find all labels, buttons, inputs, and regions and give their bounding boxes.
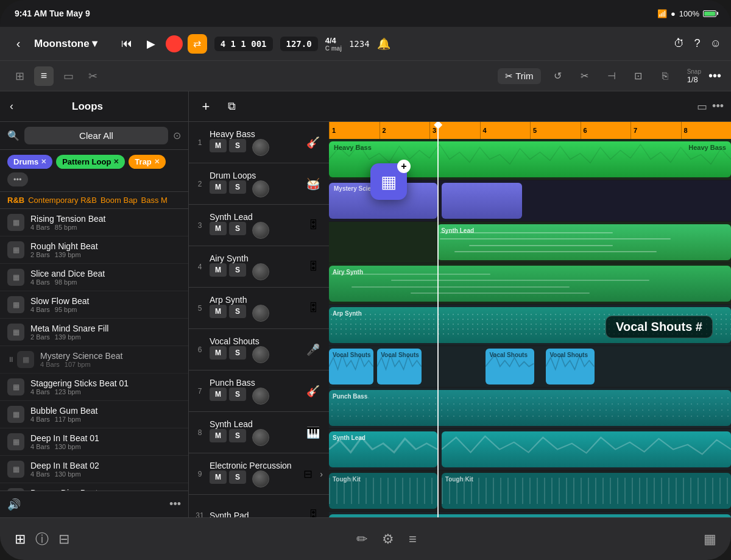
mute-button-7[interactable]: M [210,388,227,401]
tempo-display[interactable]: 127.0 [280,37,318,51]
duplicate-region-button[interactable]: ⊡ [629,66,648,86]
list-item[interactable]: ▦ Slice and Dice Beat 4 Bars98 bpm [0,264,188,291]
instrument-icon-6[interactable]: 🎤 [303,340,323,360]
add-track-button[interactable]: + [196,97,216,116]
loop-drag-overlay[interactable]: ▦ + [370,163,407,200]
position-display[interactable]: 4 1 1 001 [214,37,273,51]
pencil-button[interactable]: ✏ [356,531,367,547]
settings-button[interactable]: ⚙ [382,531,394,547]
mixer-button[interactable]: ≡ [409,531,417,547]
mute-button-3[interactable]: M [210,222,227,235]
instrument-icon-7[interactable]: 🎸 [303,381,323,401]
list-item-playing[interactable]: ⏸ ▦ Mystery Science Beat 4 Bars107 bpm [0,346,188,374]
info-button[interactable]: ⓘ [35,530,49,548]
solo-button-1[interactable]: S [229,139,246,152]
volume-knob-9[interactable] [252,470,269,487]
clip-vocal-3[interactable]: Vocal Shouts [486,349,534,385]
instrument-icon-3[interactable]: 🎛 [303,216,323,235]
expand-track-9[interactable]: › [320,469,323,479]
loops-browser-button[interactable]: ⊞ [15,531,26,547]
trap-filter-close[interactable]: ✕ [154,158,160,166]
clip-vocal-2[interactable]: Vocal Shouts [377,349,422,385]
list-item[interactable]: ▦ Deep In It Beat 01 4 Bars130 bpm [0,428,188,456]
genre-bass[interactable]: Bass M [141,196,168,205]
clip-vocal-4[interactable]: Vocal Shouts [546,349,594,385]
list-item[interactable]: ▦ Rough Night Beat 2 Bars139 bpm [0,236,188,264]
clip-drum-loops-2[interactable] [442,183,522,219]
solo-button-7[interactable]: S [229,388,246,401]
loops-more-icon[interactable]: ••• [169,498,181,511]
solo-button-9[interactable]: S [229,470,246,484]
mute-button-8[interactable]: M [210,429,227,442]
list-item[interactable]: ▦ Deeper Dive Beat 4 Bars139 bpm [0,483,188,491]
clip-percussion-1[interactable]: Tough Kit [329,473,437,509]
volume-knob-3[interactable] [252,222,269,239]
mute-button-9[interactable]: M [210,470,227,484]
piano-view-button[interactable]: ✂ [83,66,102,86]
arrangement-row-electronic-percussion[interactable]: Tough Kit Tough Kit [329,470,731,512]
volume-icon[interactable]: 🔊 [7,498,21,511]
track-view-icon[interactable]: ▭ [697,100,707,113]
mute-button-5[interactable]: M [210,305,227,318]
scissors-button[interactable]: ✂ [575,66,595,86]
mute-button-4[interactable]: M [210,263,227,277]
volume-knob-2[interactable] [252,180,269,197]
duplicate-track-button[interactable]: ⧉ [222,97,241,116]
split-button[interactable]: ⊣ [602,66,621,86]
list-item[interactable]: ▦ Rising Tension Beat 4 Bars85 bpm [0,209,188,236]
volume-knob-4[interactable] [252,263,269,280]
arrangement-row-vocal-shouts[interactable]: Vocal Shouts Vocal Shouts Vocal Shouts [329,346,731,388]
instrument-icon-9[interactable]: ⊟ [298,464,317,484]
solo-button-6[interactable]: S [229,346,246,360]
track-options-icon[interactable]: ••• [712,100,724,113]
arrangement-row-synth-lead-3[interactable]: Synth Lead [329,222,731,263]
genre-rnb[interactable]: R&B [7,196,24,205]
clip-punch-bass[interactable]: Punch Bass [329,390,731,426]
loops-back-button[interactable]: ‹ [10,100,13,113]
clip-vocal-1[interactable]: Vocal Shouts [329,349,373,385]
genre-boom-bap[interactable]: Boom Bap [101,196,138,205]
clip-synth-lead-8-2[interactable] [442,431,731,467]
emoji-icon[interactable]: ☺ [710,37,721,50]
clear-all-button[interactable]: Clear All [24,127,168,144]
arrangement-row-punch-bass[interactable]: Punch Bass [329,388,731,429]
arrangement-row-airy-synth[interactable]: Airy Synth [329,263,731,305]
instrument-icon-8[interactable]: 🎹 [303,423,323,442]
loop-region-button[interactable]: ↺ [548,66,568,86]
genre-contemporary[interactable]: Contemporary R&B [28,196,97,205]
solo-button-4[interactable]: S [229,263,246,277]
loop-button[interactable]: ⇄ [188,34,207,54]
rewind-button[interactable]: ⏮ [117,34,136,54]
back-button[interactable]: ‹ [10,37,27,51]
instrument-icon-1[interactable]: 🎸 [303,133,323,152]
list-item[interactable]: ▦ Staggering Sticks Beat 01 4 Bars123 bp… [0,374,188,401]
timeline-ruler[interactable]: 1 2 3 4 5 6 7 8 [329,122,731,139]
help-icon[interactable]: ? [694,37,701,50]
volume-knob-8[interactable] [252,429,269,446]
copy-button[interactable]: ⎘ [655,66,675,86]
clip-synth-lead-8-1[interactable]: Synth Lead [329,431,437,467]
solo-button-3[interactable]: S [229,222,246,235]
volume-knob-1[interactable] [252,139,269,156]
grid-view-button[interactable]: ⊞ [10,66,29,86]
trap-filter-tag[interactable]: Trap ✕ [129,155,165,169]
list-item[interactable]: ▦ Bubble Gum Beat 4 Bars117 bpm [0,401,188,428]
drums-filter-close[interactable]: ✕ [41,158,46,166]
pattern-loop-filter-close[interactable]: ✕ [113,158,119,166]
solo-button-5[interactable]: S [229,305,246,318]
volume-knob-7[interactable] [252,388,269,405]
solo-button-2[interactable]: S [229,180,246,194]
drums-filter-tag[interactable]: Drums ✕ [7,155,52,169]
instrument-icon-4[interactable]: 🎛 [303,257,323,277]
instrument-icon-31[interactable]: 🎛 [303,506,323,518]
clip-synth-lead-3[interactable]: Synth Lead [437,224,731,260]
pattern-loop-filter-tag[interactable]: Pattern Loop ✕ [56,155,125,169]
clip-airy-synth[interactable]: Airy Synth [329,266,731,302]
list-view-button[interactable]: ≡ [34,66,54,86]
layout-button[interactable]: ⊟ [58,531,69,547]
search-icon[interactable]: 🔍 [7,130,19,141]
piano-roll-button[interactable]: ▦ [704,531,716,547]
instrument-icon-2[interactable]: 🥁 [303,174,323,194]
arrangement-row-synth-lead-8[interactable]: Synth Lead [329,429,731,470]
clock-icon[interactable]: ⏱ [674,37,685,50]
